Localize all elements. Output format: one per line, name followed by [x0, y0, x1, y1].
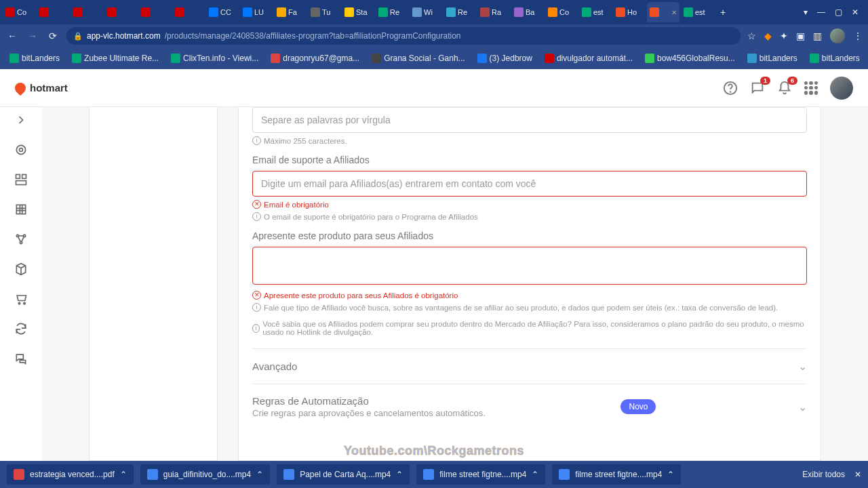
tab-0[interactable]: Co [3, 2, 35, 22]
svg-point-11 [18, 302, 20, 304]
chevron-up-icon[interactable]: ⌃ [532, 470, 538, 479]
tags-input[interactable] [252, 107, 807, 133]
app-sidebar [0, 107, 42, 461]
chevron-up-icon[interactable]: ⌃ [667, 470, 674, 479]
url-domain: app-vlc.hotmart.com [87, 31, 161, 41]
affiliate-email-input[interactable] [252, 171, 807, 197]
tab-14[interactable]: Ra [477, 2, 510, 22]
email-helper: iO email de suporte é obrigatório para o… [252, 212, 807, 221]
app-header: hotmart 1 6 [0, 69, 868, 107]
hotmart-logo[interactable]: hotmart [15, 82, 68, 94]
tab-13[interactable]: Re [443, 2, 476, 22]
bookmark-9[interactable]: bitLanders [806, 52, 864, 64]
forward-button[interactable]: → [26, 29, 39, 43]
email-label: Email de suporte a Afiliados [252, 155, 807, 165]
tab-15[interactable]: Ba [511, 2, 544, 22]
tab-2[interactable] [71, 2, 103, 22]
kebab-menu-icon[interactable]: ⋮ [853, 30, 863, 41]
tab-20[interactable]: est [681, 2, 713, 22]
sidebar-cart-icon[interactable] [14, 291, 28, 306]
tab-12[interactable]: Wi [410, 2, 442, 22]
bell-icon[interactable]: 6 [777, 81, 792, 96]
svg-rect-6 [16, 181, 26, 185]
ext-icon-2[interactable]: ▣ [796, 30, 805, 41]
svg-point-2 [16, 145, 25, 154]
bookmark-4[interactable]: Grana Social - Ganh... [368, 52, 469, 64]
tab-18[interactable]: Ho [613, 2, 646, 22]
bookmark-7[interactable]: bow456GlobalResu... [641, 52, 739, 64]
downloads-bar: estrategia venced....pdf⌃ guia_difinitiv… [0, 461, 868, 488]
rules-title: Regras de Automatização [252, 395, 486, 407]
present-helper-2: iVocê sabia que os Afiliados podem compr… [252, 320, 807, 336]
new-tab-button[interactable]: + [715, 7, 731, 18]
browser-tab-strip: Co CC LU Fa Tu Sta Re Wi Re Ra Ba Co est… [0, 0, 868, 24]
tab-7[interactable]: LU [240, 2, 273, 22]
bookmark-3[interactable]: dragonryu67@gma... [267, 52, 363, 64]
close-tab-icon[interactable]: ✕ [671, 9, 677, 16]
bookmark-2[interactable]: ClixTen.info - Viewi... [167, 52, 262, 64]
download-chip-2[interactable]: Papel de Carta Aq....mp4⌃ [277, 464, 410, 485]
tab-10[interactable]: Sta [342, 2, 374, 22]
minimize-icon[interactable]: — [817, 7, 825, 17]
sidebar-network-icon[interactable] [14, 232, 28, 247]
ext-icon-1[interactable]: ◆ [764, 30, 772, 41]
download-chip-0[interactable]: estrategia venced....pdf⌃ [7, 464, 134, 485]
sidebar-dashboard-icon[interactable] [14, 172, 28, 187]
bookmark-5[interactable]: (3) Jedbrow [473, 52, 536, 64]
tab-16[interactable]: Co [545, 2, 578, 22]
sidebar-grid-icon[interactable] [14, 202, 28, 217]
chevron-up-icon[interactable]: ⌃ [120, 470, 127, 479]
reload-button[interactable]: ⟳ [46, 29, 60, 43]
close-window-icon[interactable]: ✕ [852, 7, 859, 17]
chevron-up-icon[interactable]: ⌃ [256, 470, 263, 479]
ext-icon-3[interactable]: ▥ [813, 30, 822, 41]
tab-5[interactable] [172, 2, 205, 22]
sidebar-refresh-icon[interactable] [14, 321, 28, 336]
sidebar-expand-icon[interactable] [14, 113, 28, 127]
show-all-downloads[interactable]: Exibir todos [802, 470, 845, 479]
sidebar-target-icon[interactable] [14, 142, 28, 157]
extensions-icon[interactable]: ✦ [780, 30, 788, 41]
tab-11[interactable]: Re [376, 2, 408, 22]
tab-19-active[interactable]: ✕ [647, 2, 679, 22]
svg-rect-5 [22, 175, 26, 179]
svg-point-10 [20, 241, 22, 243]
tab-search-icon[interactable]: ▾ [804, 7, 808, 17]
apps-grid-icon[interactable] [804, 81, 818, 95]
tab-3[interactable] [104, 2, 137, 22]
help-icon[interactable] [723, 81, 738, 96]
svg-point-12 [24, 302, 26, 304]
back-button[interactable]: ← [5, 29, 19, 43]
tab-1[interactable] [37, 2, 69, 22]
sidebar-box-icon[interactable] [14, 262, 28, 277]
download-chip-4[interactable]: filme street figtne....mp4⌃ [552, 464, 681, 485]
bookmark-8[interactable]: bitLanders [743, 52, 802, 64]
tab-8[interactable]: Fa [274, 2, 307, 22]
new-pill: Novo [620, 399, 656, 414]
tab-9[interactable]: Tu [308, 2, 340, 22]
bookmark-0[interactable]: bitLanders [5, 52, 64, 64]
profile-avatar-icon[interactable] [830, 28, 845, 43]
automation-rules-section[interactable]: Regras de Automatização Crie regras para… [252, 384, 807, 429]
chat-badge: 1 [760, 77, 770, 85]
chat-icon[interactable]: 1 [750, 81, 765, 96]
user-avatar[interactable] [830, 77, 853, 100]
close-downloads-icon[interactable]: ✕ [854, 470, 861, 479]
bookmarks-bar: bitLanders Zubee Ultimate Re... ClixTen.… [0, 47, 868, 69]
maximize-icon[interactable]: ▢ [835, 7, 842, 17]
download-chip-1[interactable]: guia_difinitivo_do....mp4⌃ [140, 464, 270, 485]
url-input[interactable]: 🔒 app-vlc.hotmart.com/products/manage/24… [66, 27, 741, 45]
form-panel: iMáximo 255 caracteres. Email de suporte… [238, 107, 821, 461]
star-icon[interactable]: ☆ [747, 30, 756, 41]
tab-6[interactable]: CC [206, 2, 239, 22]
tab-4[interactable] [138, 2, 171, 22]
download-chip-3[interactable]: filme street figtne....mp4⌃ [416, 464, 545, 485]
flame-icon [13, 80, 28, 96]
advanced-section[interactable]: Avançado ⌄ [252, 348, 807, 384]
tab-17[interactable]: est [579, 2, 612, 22]
present-textarea[interactable] [252, 247, 807, 285]
bookmark-1[interactable]: Zubee Ultimate Re... [68, 52, 163, 64]
bookmark-6[interactable]: divulgador automát... [540, 52, 637, 64]
chevron-up-icon[interactable]: ⌃ [396, 470, 403, 479]
sidebar-chat-icon[interactable] [14, 351, 28, 366]
